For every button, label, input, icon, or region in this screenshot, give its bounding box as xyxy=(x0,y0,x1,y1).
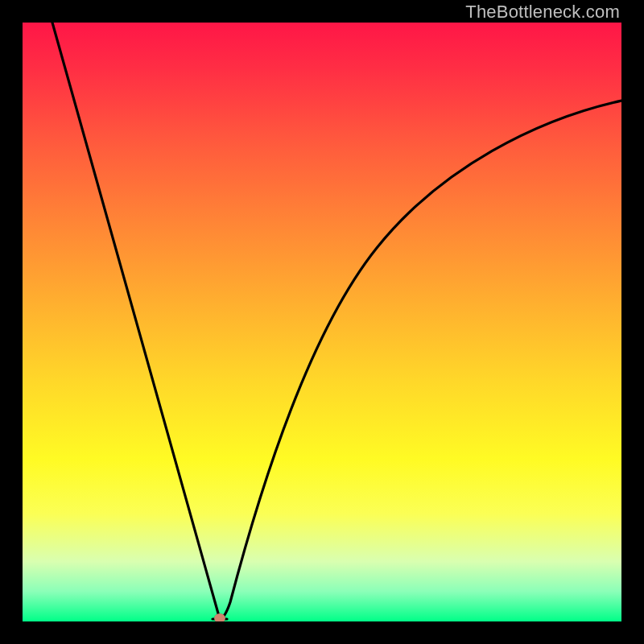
watermark-label: TheBottleneck.com xyxy=(465,2,620,23)
bottleneck-curve-right xyxy=(221,101,621,619)
minimum-marker xyxy=(214,613,225,621)
curve-layer xyxy=(23,23,621,621)
plot-area xyxy=(23,23,621,621)
bottleneck-curve-left xyxy=(52,23,220,619)
chart-frame: TheBottleneck.com xyxy=(0,0,644,644)
